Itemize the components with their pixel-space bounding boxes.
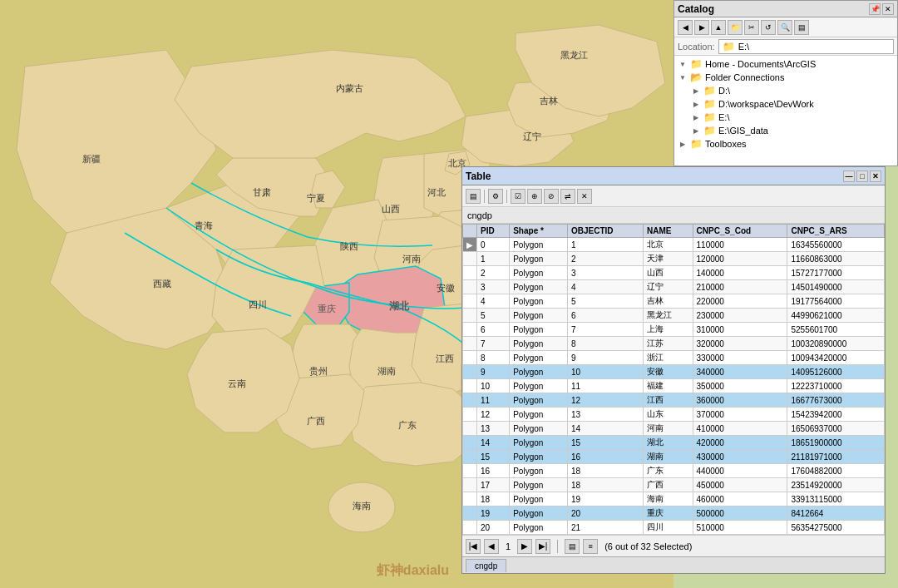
svg-text:辽宁: 辽宁 — [523, 131, 541, 141]
cell-2: 11 — [567, 379, 643, 393]
table-select-btn[interactable]: ☑ — [511, 189, 525, 204]
tree-expander-3[interactable]: ▶ — [691, 99, 701, 109]
cell-4: 320000 — [693, 337, 787, 351]
col-header-5[interactable]: CNPC_S_Cod — [693, 225, 787, 238]
col-header-0[interactable] — [463, 225, 477, 238]
row-indicator — [463, 450, 477, 464]
cell-5: 12223710000 — [787, 379, 885, 393]
table-row[interactable]: 14Polygon15湖北42000018651900000 — [463, 436, 885, 450]
nav-prev-btn[interactable]: ◀ — [484, 539, 499, 554]
cell-3: 北京 — [643, 238, 693, 252]
table-header-row: PIDShape *OBJECTIDNAMECNPC_S_CodCNPC_S_A… — [463, 225, 885, 238]
tree-expander-5[interactable]: ▶ — [691, 126, 701, 136]
table-minimize-btn[interactable]: — — [843, 170, 855, 182]
svg-text:广东: 广东 — [398, 420, 417, 430]
col-header-1[interactable]: PID — [477, 225, 510, 238]
tree-expander-2[interactable]: ▶ — [691, 86, 701, 96]
tree-expander-0[interactable]: ▼ — [678, 59, 688, 69]
col-header-6[interactable]: CNPC_S_ARS — [787, 225, 885, 238]
table-row[interactable]: 10Polygon11福建35000012223710000 — [463, 379, 885, 393]
table-row[interactable]: 12Polygon13山东37000015423942000 — [463, 408, 885, 422]
table-row[interactable]: 13Polygon14河南41000016506937000 — [463, 422, 885, 436]
col-header-2[interactable]: Shape * — [510, 225, 568, 238]
cell-1: Polygon — [510, 337, 568, 351]
table-row[interactable]: 15Polygon16湖南43000021181971000 — [463, 450, 885, 464]
table-container[interactable]: PIDShape *OBJECTIDNAMECNPC_S_CodCNPC_S_A… — [462, 224, 885, 535]
cell-3: 湖南 — [643, 450, 693, 464]
cell-1: Polygon — [510, 379, 568, 393]
tree-item-1[interactable]: ▼📂Folder Connections — [678, 71, 894, 84]
location-value[interactable]: E:\ — [738, 42, 749, 52]
nav-next-btn[interactable]: ▶ — [517, 539, 532, 554]
table-row[interactable]: 16Polygon18广东44000017604882000 — [463, 464, 885, 478]
table-row[interactable]: 5Polygon6黑龙江23000044990621000 — [463, 309, 885, 323]
toggle-view-btn1[interactable]: ▤ — [565, 539, 580, 554]
cell-2: 2 — [567, 252, 643, 266]
nav-first-btn[interactable]: |◀ — [466, 539, 481, 554]
table-row[interactable]: 7Polygon8江苏320000100320890000 — [463, 337, 885, 351]
table-layer-name: cngdp — [467, 210, 492, 220]
tree-item-4[interactable]: ▶📁E:\ — [678, 111, 894, 124]
cell-2: 14 — [567, 422, 643, 436]
table-row[interactable]: 11Polygon12江西36000016677673000 — [463, 393, 885, 408]
table-clear-btn[interactable]: ⊘ — [544, 189, 559, 204]
up-btn[interactable]: ▲ — [711, 20, 726, 35]
table-row[interactable]: 4Polygon5吉林22000019177564000 — [463, 294, 885, 309]
cell-2: 6 — [567, 309, 643, 323]
tree-item-0[interactable]: ▼📁Home - Documents\ArcGIS — [678, 57, 894, 71]
tree-item-3[interactable]: ▶📁D:\workspace\DevWork — [678, 97, 894, 111]
tree-expander-4[interactable]: ▶ — [691, 112, 701, 122]
toggle-view-btn2[interactable]: ≡ — [583, 539, 598, 554]
table-row[interactable]: ▶0Polygon1北京11000016345560000 — [463, 238, 885, 252]
cell-0: 2 — [477, 266, 510, 280]
catalog-pin-btn[interactable]: 📌 — [869, 3, 881, 15]
cell-1: Polygon — [510, 351, 568, 365]
tree-expander-6[interactable]: ▶ — [678, 139, 688, 149]
cell-3: 湖北 — [643, 436, 693, 450]
tree-item-6[interactable]: ▶📁Toolboxes — [678, 137, 894, 151]
table-row[interactable]: 2Polygon3山西14000015727177000 — [463, 266, 885, 280]
table-row[interactable]: 8Polygon9浙江330000100943420000 — [463, 351, 885, 365]
table-tab[interactable]: cngdp — [466, 559, 506, 572]
table-delete-btn[interactable]: ✕ — [577, 189, 592, 204]
connect-folder-btn[interactable]: 📁 — [728, 20, 743, 35]
cell-1: Polygon — [510, 422, 568, 436]
tree-item-2[interactable]: ▶📁D:\ — [678, 84, 894, 97]
table-row[interactable]: 18Polygon19海南46000033913115000 — [463, 492, 885, 506]
col-header-4[interactable]: NAME — [643, 225, 693, 238]
cell-3: 江苏 — [643, 337, 693, 351]
table-row[interactable]: 1Polygon2天津12000011660863000 — [463, 252, 885, 266]
cell-4: 440000 — [693, 464, 787, 478]
table-close-btn[interactable]: ✕ — [870, 170, 881, 182]
table-switch-btn[interactable]: ⇌ — [560, 189, 575, 204]
table-row[interactable]: 17Polygon18广西45000023514920000 — [463, 478, 885, 492]
table-row[interactable]: 3Polygon4辽宁21000014501490000 — [463, 280, 885, 294]
table-row[interactable]: 19Polygon20重庆5000008412664 — [463, 506, 885, 521]
catalog-close-btn[interactable]: ✕ — [882, 3, 894, 15]
catalog-toolbar: ◀ ▶ ▲ 📁 ✂ ↺ 🔍 ▤ — [674, 17, 897, 37]
tree-label-6: Toolboxes — [705, 139, 747, 149]
col-header-3[interactable]: OBJECTID — [567, 225, 643, 238]
tree-expander-1[interactable]: ▼ — [678, 72, 688, 82]
back-btn[interactable]: ◀ — [678, 20, 693, 35]
table-row[interactable]: 9Polygon10安徽34000014095126000 — [463, 365, 885, 379]
cell-4: 500000 — [693, 506, 787, 521]
row-indicator — [463, 464, 477, 478]
nav-last-btn[interactable]: ▶| — [535, 539, 550, 554]
table-restore-btn[interactable]: □ — [856, 170, 868, 182]
svg-text:黑龙江: 黑龙江 — [560, 50, 588, 60]
table-options-btn[interactable]: ⚙ — [488, 189, 503, 204]
table-zoom-btn[interactable]: ⊕ — [527, 189, 542, 204]
disconnect-btn[interactable]: ✂ — [744, 20, 759, 35]
search-btn[interactable]: 🔍 — [777, 20, 792, 35]
table-row[interactable]: 6Polygon7上海3100005255601700 — [463, 323, 885, 337]
options-btn[interactable]: ▤ — [794, 20, 809, 35]
cell-5: 8412664 — [787, 506, 885, 521]
table-row[interactable]: 20Polygon21四川51000056354275000 — [463, 521, 885, 535]
forward-btn[interactable]: ▶ — [694, 20, 709, 35]
refresh-btn[interactable]: ↺ — [761, 20, 776, 35]
table-menu-btn[interactable]: ▤ — [466, 189, 481, 204]
tree-item-5[interactable]: ▶📁E:\GIS_data — [678, 124, 894, 137]
tab-bar: cngdp — [462, 556, 885, 573]
cell-4: 210000 — [693, 280, 787, 294]
